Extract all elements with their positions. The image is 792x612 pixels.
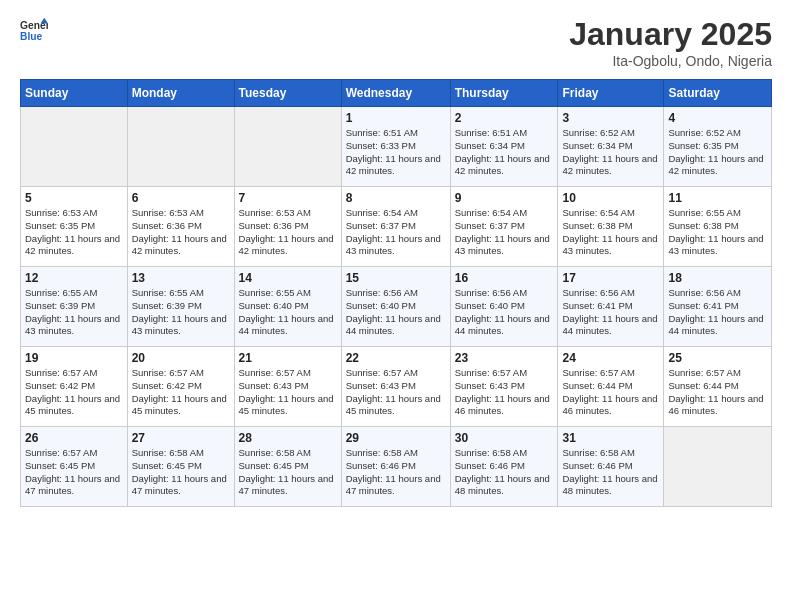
day-detail: Sunrise: 6:57 AMSunset: 6:42 PMDaylight:… <box>25 367 120 416</box>
day-number: 31 <box>562 431 659 445</box>
day-detail: Sunrise: 6:53 AMSunset: 6:36 PMDaylight:… <box>239 207 334 256</box>
calendar-cell: 28 Sunrise: 6:58 AMSunset: 6:45 PMDaylig… <box>234 427 341 507</box>
day-number: 8 <box>346 191 446 205</box>
day-number: 2 <box>455 111 554 125</box>
day-detail: Sunrise: 6:57 AMSunset: 6:42 PMDaylight:… <box>132 367 227 416</box>
calendar-cell <box>234 107 341 187</box>
calendar-week-1: 1 Sunrise: 6:51 AMSunset: 6:33 PMDayligh… <box>21 107 772 187</box>
weekday-header-wednesday: Wednesday <box>341 80 450 107</box>
day-number: 7 <box>239 191 337 205</box>
calendar-cell: 23 Sunrise: 6:57 AMSunset: 6:43 PMDaylig… <box>450 347 558 427</box>
calendar-cell: 4 Sunrise: 6:52 AMSunset: 6:35 PMDayligh… <box>664 107 772 187</box>
day-detail: Sunrise: 6:57 AMSunset: 6:44 PMDaylight:… <box>668 367 763 416</box>
weekday-row: SundayMondayTuesdayWednesdayThursdayFrid… <box>21 80 772 107</box>
weekday-header-monday: Monday <box>127 80 234 107</box>
day-number: 21 <box>239 351 337 365</box>
logo-icon: General Blue <box>20 16 48 44</box>
calendar-cell: 5 Sunrise: 6:53 AMSunset: 6:35 PMDayligh… <box>21 187 128 267</box>
day-detail: Sunrise: 6:58 AMSunset: 6:46 PMDaylight:… <box>455 447 550 496</box>
day-number: 29 <box>346 431 446 445</box>
calendar-title: January 2025 <box>569 16 772 53</box>
day-detail: Sunrise: 6:56 AMSunset: 6:40 PMDaylight:… <box>455 287 550 336</box>
weekday-header-saturday: Saturday <box>664 80 772 107</box>
day-number: 22 <box>346 351 446 365</box>
day-detail: Sunrise: 6:54 AMSunset: 6:38 PMDaylight:… <box>562 207 657 256</box>
calendar-cell <box>664 427 772 507</box>
day-detail: Sunrise: 6:57 AMSunset: 6:43 PMDaylight:… <box>346 367 441 416</box>
day-detail: Sunrise: 6:54 AMSunset: 6:37 PMDaylight:… <box>346 207 441 256</box>
day-detail: Sunrise: 6:56 AMSunset: 6:40 PMDaylight:… <box>346 287 441 336</box>
day-number: 6 <box>132 191 230 205</box>
day-number: 19 <box>25 351 123 365</box>
calendar-cell: 17 Sunrise: 6:56 AMSunset: 6:41 PMDaylig… <box>558 267 664 347</box>
day-detail: Sunrise: 6:54 AMSunset: 6:37 PMDaylight:… <box>455 207 550 256</box>
calendar-cell: 10 Sunrise: 6:54 AMSunset: 6:38 PMDaylig… <box>558 187 664 267</box>
calendar-cell: 16 Sunrise: 6:56 AMSunset: 6:40 PMDaylig… <box>450 267 558 347</box>
calendar-cell: 30 Sunrise: 6:58 AMSunset: 6:46 PMDaylig… <box>450 427 558 507</box>
day-number: 15 <box>346 271 446 285</box>
day-number: 30 <box>455 431 554 445</box>
day-detail: Sunrise: 6:52 AMSunset: 6:34 PMDaylight:… <box>562 127 657 176</box>
day-number: 12 <box>25 271 123 285</box>
calendar-cell: 24 Sunrise: 6:57 AMSunset: 6:44 PMDaylig… <box>558 347 664 427</box>
day-number: 23 <box>455 351 554 365</box>
calendar-cell <box>21 107 128 187</box>
calendar-cell: 29 Sunrise: 6:58 AMSunset: 6:46 PMDaylig… <box>341 427 450 507</box>
day-number: 25 <box>668 351 767 365</box>
svg-text:Blue: Blue <box>20 31 43 42</box>
day-detail: Sunrise: 6:53 AMSunset: 6:35 PMDaylight:… <box>25 207 120 256</box>
day-number: 13 <box>132 271 230 285</box>
day-detail: Sunrise: 6:58 AMSunset: 6:45 PMDaylight:… <box>239 447 334 496</box>
day-detail: Sunrise: 6:56 AMSunset: 6:41 PMDaylight:… <box>668 287 763 336</box>
calendar-cell: 7 Sunrise: 6:53 AMSunset: 6:36 PMDayligh… <box>234 187 341 267</box>
weekday-header-sunday: Sunday <box>21 80 128 107</box>
day-detail: Sunrise: 6:57 AMSunset: 6:43 PMDaylight:… <box>455 367 550 416</box>
day-number: 26 <box>25 431 123 445</box>
day-number: 20 <box>132 351 230 365</box>
day-detail: Sunrise: 6:55 AMSunset: 6:40 PMDaylight:… <box>239 287 334 336</box>
calendar-cell: 21 Sunrise: 6:57 AMSunset: 6:43 PMDaylig… <box>234 347 341 427</box>
day-detail: Sunrise: 6:58 AMSunset: 6:46 PMDaylight:… <box>562 447 657 496</box>
calendar-table: SundayMondayTuesdayWednesdayThursdayFrid… <box>20 79 772 507</box>
calendar-week-5: 26 Sunrise: 6:57 AMSunset: 6:45 PMDaylig… <box>21 427 772 507</box>
day-number: 17 <box>562 271 659 285</box>
day-detail: Sunrise: 6:58 AMSunset: 6:46 PMDaylight:… <box>346 447 441 496</box>
calendar-cell: 11 Sunrise: 6:55 AMSunset: 6:38 PMDaylig… <box>664 187 772 267</box>
day-detail: Sunrise: 6:51 AMSunset: 6:34 PMDaylight:… <box>455 127 550 176</box>
calendar-body: 1 Sunrise: 6:51 AMSunset: 6:33 PMDayligh… <box>21 107 772 507</box>
day-detail: Sunrise: 6:56 AMSunset: 6:41 PMDaylight:… <box>562 287 657 336</box>
day-number: 14 <box>239 271 337 285</box>
day-number: 28 <box>239 431 337 445</box>
day-number: 1 <box>346 111 446 125</box>
calendar-week-2: 5 Sunrise: 6:53 AMSunset: 6:35 PMDayligh… <box>21 187 772 267</box>
day-number: 10 <box>562 191 659 205</box>
calendar-week-4: 19 Sunrise: 6:57 AMSunset: 6:42 PMDaylig… <box>21 347 772 427</box>
day-detail: Sunrise: 6:55 AMSunset: 6:39 PMDaylight:… <box>25 287 120 336</box>
calendar-cell: 12 Sunrise: 6:55 AMSunset: 6:39 PMDaylig… <box>21 267 128 347</box>
day-detail: Sunrise: 6:51 AMSunset: 6:33 PMDaylight:… <box>346 127 441 176</box>
day-number: 9 <box>455 191 554 205</box>
calendar-cell: 15 Sunrise: 6:56 AMSunset: 6:40 PMDaylig… <box>341 267 450 347</box>
day-number: 4 <box>668 111 767 125</box>
calendar-cell: 14 Sunrise: 6:55 AMSunset: 6:40 PMDaylig… <box>234 267 341 347</box>
calendar-cell: 20 Sunrise: 6:57 AMSunset: 6:42 PMDaylig… <box>127 347 234 427</box>
day-detail: Sunrise: 6:52 AMSunset: 6:35 PMDaylight:… <box>668 127 763 176</box>
day-number: 16 <box>455 271 554 285</box>
day-detail: Sunrise: 6:55 AMSunset: 6:39 PMDaylight:… <box>132 287 227 336</box>
day-number: 11 <box>668 191 767 205</box>
day-number: 3 <box>562 111 659 125</box>
calendar-cell: 3 Sunrise: 6:52 AMSunset: 6:34 PMDayligh… <box>558 107 664 187</box>
day-number: 5 <box>25 191 123 205</box>
calendar-cell: 1 Sunrise: 6:51 AMSunset: 6:33 PMDayligh… <box>341 107 450 187</box>
day-detail: Sunrise: 6:53 AMSunset: 6:36 PMDaylight:… <box>132 207 227 256</box>
calendar-cell: 6 Sunrise: 6:53 AMSunset: 6:36 PMDayligh… <box>127 187 234 267</box>
calendar-header: SundayMondayTuesdayWednesdayThursdayFrid… <box>21 80 772 107</box>
calendar-subtitle: Ita-Ogbolu, Ondo, Nigeria <box>569 53 772 69</box>
day-detail: Sunrise: 6:57 AMSunset: 6:45 PMDaylight:… <box>25 447 120 496</box>
calendar-cell: 26 Sunrise: 6:57 AMSunset: 6:45 PMDaylig… <box>21 427 128 507</box>
calendar-cell: 13 Sunrise: 6:55 AMSunset: 6:39 PMDaylig… <box>127 267 234 347</box>
calendar-cell <box>127 107 234 187</box>
day-number: 27 <box>132 431 230 445</box>
title-area: January 2025 Ita-Ogbolu, Ondo, Nigeria <box>569 16 772 69</box>
weekday-header-friday: Friday <box>558 80 664 107</box>
